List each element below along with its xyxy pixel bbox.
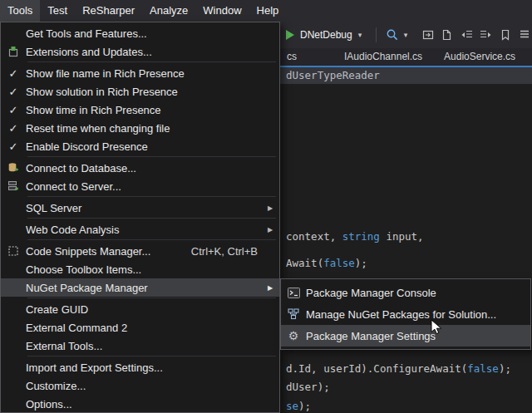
start-debugging-button[interactable]: DNetDebug ▾ bbox=[286, 22, 362, 48]
menu-item-code-snippets-manager[interactable]: Code Snippets Manager... Ctrl+K, Ctrl+B bbox=[1, 242, 279, 260]
menu-separator bbox=[27, 196, 276, 197]
menu-item-label: NuGet Package Manager bbox=[26, 282, 263, 294]
menu-item-show-time-rich-presence[interactable]: ✓ Show time in Rich Presence bbox=[1, 101, 279, 119]
menu-item-shortcut: Ctrl+K, Ctrl+B bbox=[191, 245, 258, 258]
menu-item-import-and-export-settings[interactable]: Import and Export Settings... bbox=[1, 358, 279, 376]
menu-item-choose-toolbox-items[interactable]: Choose Toolbox Items... bbox=[1, 260, 279, 278]
menu-bar: Tools Test ReSharper Analyze Window Help bbox=[0, 0, 532, 22]
nuget-package-manager-submenu: Package Manager Console Manage NuGet Pac… bbox=[280, 278, 531, 350]
menu-item-label: Show time in Rich Presence bbox=[26, 104, 279, 116]
vs-window: Tools Test ReSharper Analyze Window Help… bbox=[0, 0, 532, 413]
menu-item-label: Enable Discord Presence bbox=[26, 140, 279, 153]
window-arrow-icon[interactable] bbox=[420, 27, 436, 43]
menu-item-label: Connect to Database... bbox=[26, 162, 279, 175]
menu-item-connect-to-database[interactable]: Connect to Database... bbox=[1, 159, 279, 177]
submenu-item-label: Package Manager Console bbox=[306, 287, 530, 299]
submenu-arrow-icon: ▶ bbox=[263, 226, 279, 234]
menu-separator bbox=[27, 356, 276, 356]
menu-item-external-command-2[interactable]: External Command 2 bbox=[1, 318, 279, 337]
list-arrow-right-icon[interactable] bbox=[477, 27, 494, 43]
submenu-item-manage-nuget-packages-for-solution[interactable]: Manage NuGet Packages for Solution... bbox=[281, 303, 530, 325]
menu-item-label: Web Code Analysis bbox=[26, 224, 263, 236]
menu-item-connect-to-server[interactable]: Connect to Server... bbox=[1, 177, 279, 195]
document-icon[interactable] bbox=[438, 27, 455, 43]
menu-item-enable-discord-presence[interactable]: ✓ Enable Discord Presence bbox=[1, 137, 279, 155]
menubar-item-resharper[interactable]: ReSharper bbox=[75, 0, 142, 22]
submenu-arrow-icon: ▶ bbox=[263, 284, 279, 292]
code-line[interactable]: context, string input, bbox=[286, 230, 424, 243]
menu-separator bbox=[27, 297, 276, 298]
solution-packages-icon bbox=[288, 308, 299, 320]
server-icon bbox=[7, 180, 19, 192]
list-icon[interactable] bbox=[516, 27, 532, 43]
chevron-down-icon[interactable]: ▾ bbox=[401, 27, 411, 43]
menu-item-label: Extensions and Updates... bbox=[26, 46, 279, 58]
bookmark-icon[interactable] bbox=[497, 27, 514, 43]
menu-item-label: External Command 2 bbox=[26, 322, 279, 334]
menu-item-label: Choose Toolbox Items... bbox=[26, 263, 279, 276]
debug-target-label: DNetDebug bbox=[300, 29, 352, 41]
menubar-item-help[interactable]: Help bbox=[249, 0, 287, 22]
menu-item-show-file-name-rich-presence[interactable]: ✓ Show file name in Rich Presence bbox=[1, 64, 279, 82]
menu-item-sql-server[interactable]: SQL Server ▶ bbox=[1, 199, 279, 217]
menu-item-create-guid[interactable]: Create GUID bbox=[1, 300, 279, 318]
checkmark-icon: ✓ bbox=[9, 122, 18, 135]
menu-item-label: Show solution in Rich Presence bbox=[26, 86, 279, 98]
submenu-item-package-manager-console[interactable]: Package Manager Console bbox=[281, 282, 530, 303]
menubar-item-test[interactable]: Test bbox=[40, 0, 75, 22]
submenu-arrow-icon: ▶ bbox=[263, 204, 279, 212]
submenu-item-label: Manage NuGet Packages for Solution... bbox=[306, 308, 530, 321]
menu-item-reset-time-when-changing-file[interactable]: ✓ Reset time when changing file bbox=[1, 119, 279, 137]
menubar-item-window[interactable]: Window bbox=[195, 0, 249, 22]
menu-item-options[interactable]: Options... bbox=[1, 395, 279, 413]
menu-item-nuget-package-manager[interactable]: NuGet Package Manager ▶ bbox=[1, 278, 279, 297]
run-icon bbox=[286, 30, 294, 40]
menu-item-customize[interactable]: Customize... bbox=[1, 376, 279, 395]
console-icon bbox=[288, 288, 300, 298]
menu-item-show-solution-rich-presence[interactable]: ✓ Show solution in Rich Presence bbox=[1, 82, 279, 101]
find-icon[interactable] bbox=[384, 27, 401, 43]
checkmark-icon: ✓ bbox=[9, 104, 18, 116]
code-line[interactable]: dUser); bbox=[286, 381, 330, 394]
chevron-down-icon[interactable]: ▾ bbox=[358, 31, 362, 39]
list-arrow-left-icon[interactable] bbox=[459, 27, 475, 43]
menu-item-extensions-and-updates[interactable]: Extensions and Updates... bbox=[1, 42, 279, 61]
menu-item-web-code-analysis[interactable]: Web Code Analysis ▶ bbox=[1, 220, 279, 238]
menu-item-label: Options... bbox=[26, 398, 279, 411]
menu-item-label: Reset time when changing file bbox=[26, 122, 279, 135]
submenu-item-package-manager-settings[interactable]: ⚙ Package Manager Settings bbox=[281, 325, 530, 347]
tab-iaudiochannel[interactable]: IAudioChannel.cs bbox=[333, 48, 433, 66]
menu-item-label: External Tools... bbox=[26, 340, 279, 352]
menu-item-label: Show file name in Rich Presence bbox=[26, 67, 279, 80]
tab-partial[interactable]: cs bbox=[283, 48, 333, 66]
menu-separator bbox=[27, 156, 276, 157]
menu-item-get-tools-and-features[interactable]: Get Tools and Features... bbox=[1, 24, 279, 42]
menu-item-label: Customize... bbox=[26, 380, 279, 392]
code-line[interactable]: d.Id, userId).ConfigureAwait(false); bbox=[286, 362, 511, 376]
submenu-item-label: Package Manager Settings bbox=[306, 330, 530, 342]
code-line[interactable]: se); bbox=[286, 400, 311, 413]
tools-menu-dropdown: Get Tools and Features... Extensions and… bbox=[0, 22, 280, 413]
snippets-icon bbox=[7, 245, 19, 257]
mouse-cursor bbox=[431, 319, 442, 336]
database-icon bbox=[7, 162, 19, 174]
menu-separator bbox=[27, 218, 276, 219]
checkmark-icon: ✓ bbox=[9, 67, 18, 80]
menubar-item-tools[interactable]: Tools bbox=[0, 0, 40, 22]
code-line[interactable]: Await(false); bbox=[286, 257, 367, 270]
menu-item-label: Create GUID bbox=[26, 303, 279, 316]
menu-item-external-tools[interactable]: External Tools... bbox=[1, 337, 279, 355]
menu-separator bbox=[27, 61, 276, 62]
toolbar-separator bbox=[376, 27, 377, 42]
checkmark-icon: ✓ bbox=[9, 140, 18, 153]
menu-item-label: Get Tools and Features... bbox=[26, 27, 279, 40]
extensions-icon bbox=[7, 46, 19, 57]
menu-separator bbox=[27, 239, 276, 240]
menubar-item-analyze[interactable]: Analyze bbox=[142, 0, 195, 22]
breadcrumb: dUserTypeReader bbox=[286, 67, 380, 84]
tab-audioservice[interactable]: AudioService.cs bbox=[433, 48, 526, 66]
menu-item-label: SQL Server bbox=[26, 202, 263, 214]
menu-item-label: Import and Export Settings... bbox=[26, 361, 279, 374]
checkmark-icon: ✓ bbox=[9, 86, 18, 98]
gear-icon: ⚙ bbox=[288, 330, 299, 342]
